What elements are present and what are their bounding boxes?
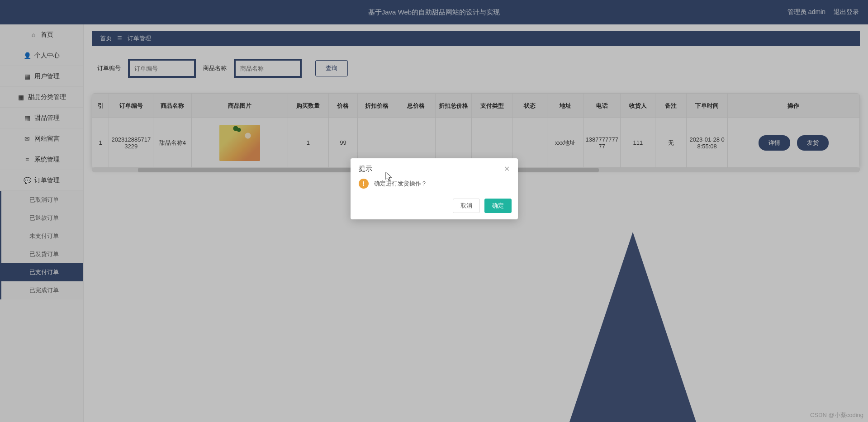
dialog-footer: 取消 确定	[351, 197, 518, 219]
cancel-button[interactable]: 取消	[453, 199, 480, 213]
confirm-button[interactable]: 确定	[484, 199, 512, 213]
dialog-body: ! 确定进行发货操作？	[351, 176, 518, 197]
dialog-title: 提示	[359, 165, 372, 173]
warning-icon: !	[359, 179, 369, 189]
dialog-message: 确定进行发货操作？	[374, 180, 427, 188]
confirm-dialog: 提示 ✕ ! 确定进行发货操作？ 取消 确定	[351, 158, 518, 219]
dialog-header: 提示 ✕	[351, 158, 518, 176]
close-icon[interactable]: ✕	[504, 165, 510, 173]
